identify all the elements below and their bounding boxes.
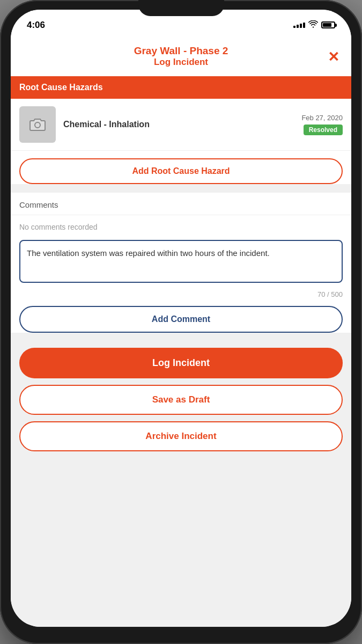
root-cause-section: Root Cause Hazards Chemical - Inhalation…	[11, 76, 351, 184]
notch	[138, 0, 224, 16]
char-count: 70 / 500	[11, 288, 351, 303]
signal-strength-icon	[293, 23, 305, 28]
root-cause-header-text: Root Cause Hazards	[19, 83, 103, 92]
hazard-date: Feb 27, 2020	[301, 114, 343, 122]
root-cause-header: Root Cause Hazards	[11, 76, 351, 99]
hazard-item: Chemical - Inhalation Feb 27, 2020 Resol…	[11, 99, 351, 151]
phone-shell: 4:06	[0, 0, 362, 644]
app-header: Gray Wall - Phase 2 Log Incident ✕	[11, 38, 351, 76]
page-title: Log Incident	[21, 57, 341, 68]
archive-incident-button[interactable]: Archive Incident	[19, 421, 343, 451]
action-buttons: Log Incident Save as Draft Archive Incid…	[11, 342, 351, 462]
hazard-name: Chemical - Inhalation	[63, 120, 294, 129]
phone-screen: 4:06	[11, 10, 351, 627]
add-comment-button[interactable]: Add Comment	[19, 306, 343, 333]
hazard-meta: Feb 27, 2020 Resolved	[301, 114, 343, 135]
status-icons	[293, 20, 335, 30]
add-root-cause-button[interactable]: Add Root Cause Hazard	[19, 158, 343, 184]
camera-icon	[29, 117, 46, 132]
main-content: Root Cause Hazards Chemical - Inhalation…	[11, 76, 351, 627]
comment-input[interactable]	[19, 240, 343, 283]
project-name: Gray Wall - Phase 2	[21, 45, 341, 57]
no-comments-text: No comments recorded	[11, 215, 351, 236]
battery-icon	[321, 21, 335, 28]
wifi-icon	[308, 20, 318, 30]
resolved-badge: Resolved	[304, 125, 343, 135]
hazard-photo-placeholder	[19, 106, 56, 143]
hazard-info: Chemical - Inhalation	[63, 120, 294, 129]
status-time: 4:06	[27, 20, 45, 31]
comments-section: Comments No comments recorded 70 / 500 A…	[11, 193, 351, 333]
comments-label: Comments	[11, 193, 351, 215]
save-draft-button[interactable]: Save as Draft	[19, 385, 343, 415]
log-incident-button[interactable]: Log Incident	[19, 348, 343, 378]
close-button[interactable]: ✕	[328, 50, 339, 64]
